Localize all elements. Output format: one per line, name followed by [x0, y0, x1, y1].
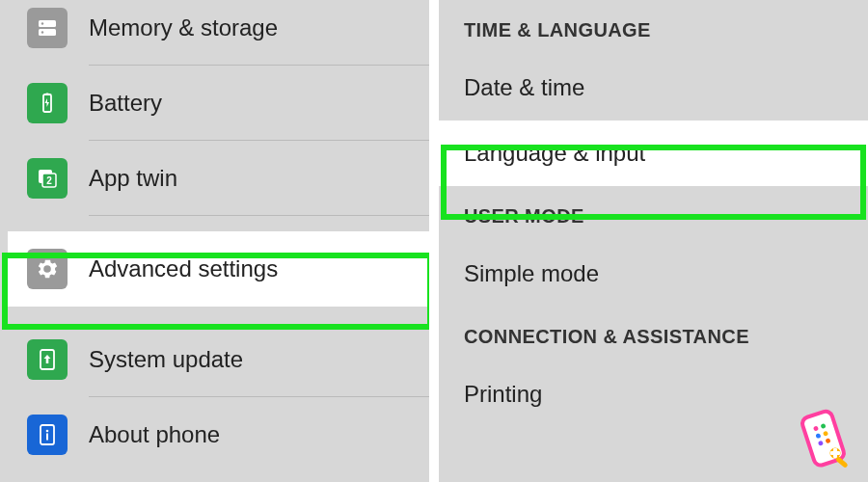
- svg-point-2: [41, 22, 43, 24]
- settings-item-memory[interactable]: Memory & storage: [8, 0, 429, 66]
- section-title-time: TIME & LANGUAGE: [439, 0, 868, 55]
- about-phone-icon: [27, 415, 68, 455]
- settings-item-label: App twin: [89, 165, 177, 192]
- svg-rect-12: [46, 434, 48, 441]
- svg-rect-5: [46, 94, 49, 95]
- svg-point-11: [46, 430, 49, 433]
- settings-item-battery[interactable]: Battery: [8, 66, 429, 141]
- svg-rect-0: [39, 20, 56, 27]
- group-spacer: [8, 216, 429, 231]
- settings-item-advanced[interactable]: Advanced settings: [8, 231, 429, 307]
- left-panel: Memory & storage Battery: [0, 0, 429, 482]
- storage-icon: [27, 8, 68, 48]
- system-update-icon: [27, 339, 68, 380]
- settings-item-datetime[interactable]: Date & time: [439, 55, 868, 120]
- svg-text:2: 2: [46, 175, 52, 186]
- section-title-connection: CONNECTION & ASSISTANCE: [439, 307, 868, 362]
- settings-item-label: About phone: [89, 421, 220, 448]
- settings-item-label: Memory & storage: [89, 14, 278, 41]
- settings-item-label: Battery: [89, 90, 162, 117]
- settings-item-apptwin[interactable]: 2 App twin: [8, 141, 429, 216]
- settings-item-about[interactable]: About phone: [8, 397, 429, 472]
- gear-icon: [27, 249, 68, 289]
- divider: [89, 215, 429, 216]
- section-title-usermode: USER MODE: [439, 186, 868, 241]
- settings-item-label: Advanced settings: [89, 255, 278, 282]
- svg-rect-1: [39, 29, 56, 36]
- watermark-logo: [791, 405, 860, 474]
- settings-item-language[interactable]: Language & input: [439, 120, 868, 186]
- battery-icon: [27, 83, 68, 123]
- svg-point-3: [41, 31, 43, 33]
- app-twin-icon: 2: [27, 158, 68, 199]
- svg-rect-24: [830, 451, 840, 455]
- settings-item-update[interactable]: System update: [8, 322, 429, 397]
- settings-item-label: System update: [89, 346, 243, 373]
- settings-item-simplemode[interactable]: Simple mode: [439, 241, 868, 307]
